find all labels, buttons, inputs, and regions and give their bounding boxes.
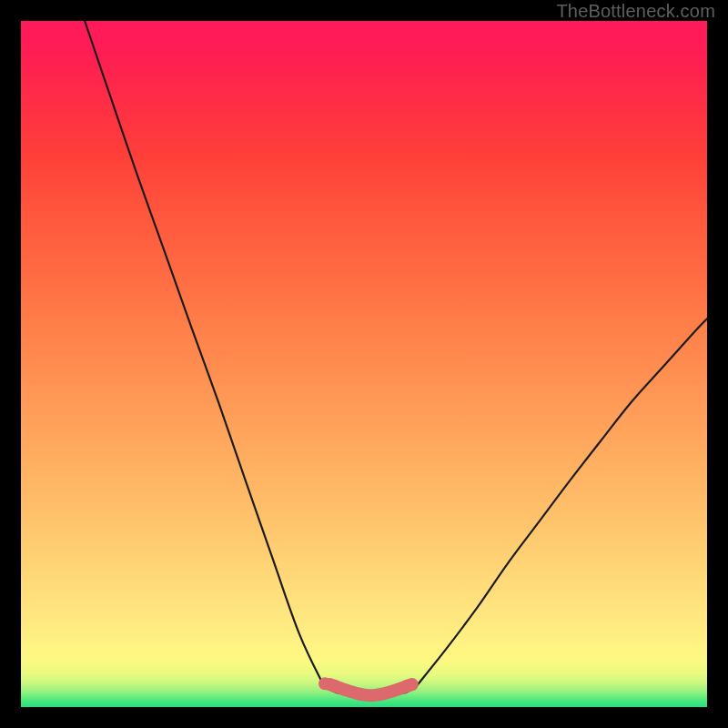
plot-area [21, 21, 707, 707]
left-endpoint-marker [318, 677, 331, 690]
curve-layer [21, 21, 707, 707]
chart-frame: TheBottleneck.com [0, 0, 728, 728]
curve-right-arm [416, 318, 707, 686]
curve-left-arm [85, 21, 324, 686]
minimum-bump [329, 684, 411, 695]
watermark-text: TheBottleneck.com [556, 1, 715, 22]
